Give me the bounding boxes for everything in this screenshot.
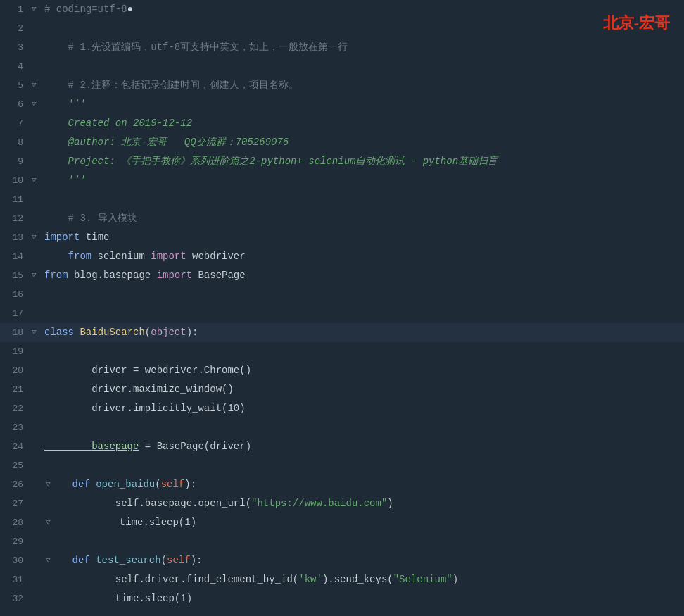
fold-icon [32,342,42,361]
line-number: 7 [0,114,32,133]
line-number: 22 [0,399,32,418]
code-content: Project: 《手把手教你》系列进阶篇之2-python+ selenium… [42,152,684,171]
code-content: self.driver.find_element_by_id('kw').sen… [42,570,684,589]
code-line: 3 # 1.先设置编码，utf-8可支持中英文，如上，一般放在第一行 [0,38,684,57]
code-content: time.sleep(1) [42,589,684,608]
fold-icon[interactable]: ▽ [32,323,42,342]
line-number: 24 [0,437,32,456]
fold-icon[interactable]: ▽ [32,513,46,532]
line-number: 19 [0,342,32,361]
code-content: def test_search(self): [46,551,684,570]
code-line: 23 [0,418,684,437]
fold-icon [32,399,42,418]
line-number: 8 [0,133,32,152]
line-number: 15 [0,266,32,285]
fold-icon [32,57,42,76]
code-content: basepage = BasePage(driver) [42,437,684,456]
fold-icon [32,456,42,475]
line-number: 17 [0,304,32,323]
line-number: 21 [0,380,32,399]
fold-icon [32,19,42,38]
code-content: ''' [42,95,684,114]
fold-icon [32,532,42,551]
fold-icon[interactable]: ▽ [32,266,42,285]
line-number: 29 [0,532,32,551]
line-number: 28 [0,513,32,532]
line-number: 27 [0,494,32,513]
fold-icon [32,285,42,304]
code-content: @author: 北京-宏哥 QQ交流群：705269076 [42,133,684,152]
line-number: 20 [0,361,32,380]
code-content: def open_baidu(self): [46,475,684,494]
code-content: driver = webdriver.Chrome() [42,361,684,380]
code-content: self.basepage.open_url("https://www.baid… [42,494,684,513]
code-line: 4 [0,57,684,76]
code-content: import time [42,228,684,247]
fold-icon [32,570,42,589]
code-line: 9 Project: 《手把手教你》系列进阶篇之2-python+ seleni… [0,152,684,171]
code-line: 11 [0,190,684,209]
code-content: # 1.先设置编码，utf-8可支持中英文，如上，一般放在第一行 [42,38,684,57]
fold-icon[interactable]: ▽ [32,551,46,570]
fold-icon [32,114,42,133]
fold-icon[interactable]: ▽ [32,228,42,247]
line-number: 9 [0,152,32,171]
code-line: 13 ▽ import time [0,228,684,247]
fold-icon [32,494,42,513]
code-line: 28 ▽ time.sleep(1) [0,513,684,532]
code-line: 29 [0,532,684,551]
line-number: 14 [0,247,32,266]
code-line: 6 ▽ ''' [0,95,684,114]
code-content: # coding=utf-8● [42,0,684,19]
code-line: 5 ▽ # 2.注释：包括记录创建时间，创建人，项目名称。 [0,76,684,95]
fold-icon[interactable]: ▽ [32,95,42,114]
code-content: ''' [42,171,684,190]
fold-icon [32,38,42,57]
line-number: 23 [0,418,32,437]
code-line: 18 ▽ class BaiduSearch(object): [0,323,684,342]
fold-icon [32,380,42,399]
line-number: 25 [0,456,32,475]
line-number: 18 [0,323,32,342]
line-number: 13 [0,228,32,247]
line-number: 10 [0,171,32,190]
code-content: # 2.注释：包括记录创建时间，创建人，项目名称。 [42,76,684,95]
code-line: 26 ▽ def open_baidu(self): [0,475,684,494]
code-line: 14 from selenium import webdriver [0,247,684,266]
code-line: 22 driver.implicitly_wait(10) [0,399,684,418]
fold-icon [32,190,42,209]
code-content: Created on 2019-12-12 [42,114,684,133]
fold-icon [32,133,42,152]
line-number: 26 [0,475,32,494]
line-number: 12 [0,209,32,228]
code-line: 21 driver.maximize_window() [0,380,684,399]
fold-icon [32,418,42,437]
line-number: 6 [0,95,32,114]
fold-icon [32,247,42,266]
fold-icon [32,304,42,323]
code-line: 27 self.basepage.open_url("https://www.b… [0,494,684,513]
code-line: 10 ▽ ''' [0,171,684,190]
code-line: 12 # 3. 导入模块 [0,209,684,228]
fold-icon [32,589,42,608]
code-line: 32 time.sleep(1) [0,589,684,608]
watermark: 北京-宏哥 [603,13,670,34]
code-content: time.sleep(1) [46,513,684,532]
line-number: 16 [0,285,32,304]
line-number: 32 [0,589,32,608]
code-editor: 北京-宏哥 1 ▽ # coding=utf-8● 2 3 # 1.先设置编码，… [0,0,684,616]
code-line: 25 [0,456,684,475]
fold-icon[interactable]: ▽ [32,475,46,494]
fold-icon[interactable]: ▽ [32,76,42,95]
line-number: 1 [0,0,32,19]
line-number: 3 [0,38,32,57]
fold-icon[interactable]: ▽ [32,171,42,190]
line-number: 31 [0,570,32,589]
fold-icon [32,152,42,171]
line-number: 2 [0,19,32,38]
code-content: driver.implicitly_wait(10) [42,399,684,418]
code-content: from selenium import webdriver [42,247,684,266]
fold-icon[interactable]: ▽ [32,0,42,19]
code-line: 30 ▽ def test_search(self): [0,551,684,570]
fold-icon [32,437,42,456]
